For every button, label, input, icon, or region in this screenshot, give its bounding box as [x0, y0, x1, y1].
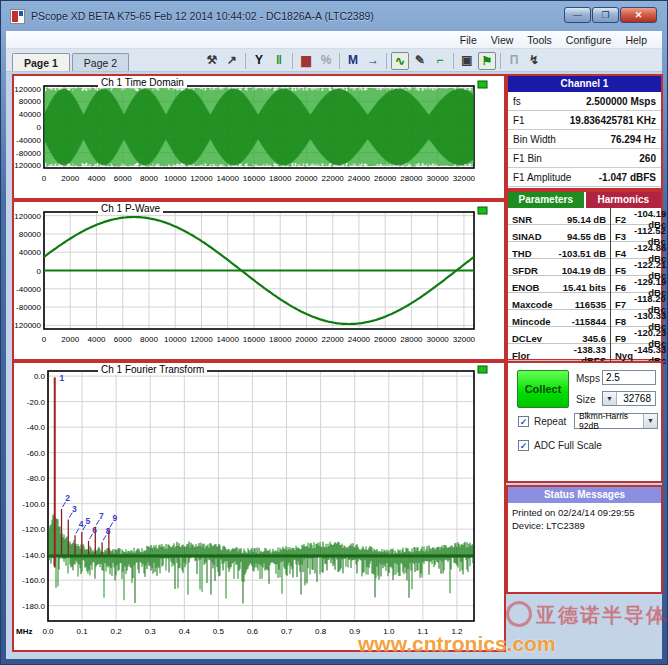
svg-text:0.5: 0.5	[213, 627, 225, 636]
toolbar: ⚒↗Y‖▆%M→∿✎⌐▣⚑Π↯	[202, 50, 544, 71]
svg-text:0.4: 0.4	[179, 627, 191, 636]
svg-text:0: 0	[37, 267, 42, 276]
svg-text:4000: 4000	[88, 174, 106, 183]
main-content: Ch 1 Time Domain 12000080000400000-40000…	[6, 72, 662, 659]
svg-text:22000: 22000	[322, 174, 345, 183]
svg-text:20000: 20000	[295, 335, 318, 344]
tab-page-1[interactable]: Page 1	[12, 53, 70, 71]
cursors-icon[interactable]: ‖	[270, 52, 288, 70]
adc-full-scale-checkbox-row: ✓ ADC Full Scale	[518, 440, 602, 451]
msps-label: Msps	[576, 373, 600, 384]
menu-item-view[interactable]: View	[484, 32, 521, 48]
bar-graph-icon[interactable]: ▆	[297, 52, 315, 70]
svg-text:40000: 40000	[19, 110, 42, 119]
svg-text:24000: 24000	[348, 335, 371, 344]
pointer-tool-icon[interactable]: ↗	[223, 52, 241, 70]
param-label: SINAD	[508, 231, 554, 242]
param-label: DCLev	[508, 333, 554, 344]
avg-m-icon[interactable]: M	[344, 52, 362, 70]
adc-full-scale-label: ADC Full Scale	[534, 440, 602, 451]
svg-text:MHz: MHz	[16, 627, 32, 636]
svg-text:-80000: -80000	[16, 149, 41, 158]
adc-full-scale-checkbox[interactable]: ✓	[518, 440, 529, 451]
fourier-plot[interactable]: 0.0-20.0-40.0-60.0-80.0-100.0-120.0-140.…	[14, 363, 502, 648]
svg-text:4: 4	[79, 519, 84, 529]
maximize-button[interactable]: ❐	[592, 7, 619, 23]
channel-info-panel: Channel 1 fs2.500000 MspsF119.836425781 …	[506, 74, 663, 190]
app-icon	[10, 9, 25, 24]
collect-controls-panel: Collect Msps 2.5 Size ▼ 32768 ✓ Repeat B…	[506, 361, 663, 483]
p-wave-plot-section: Ch 1 P-Wave 12000080000400000-40000-8000…	[12, 200, 506, 361]
channel-row-bin-width: Bin Width76.294 Hz	[508, 130, 661, 149]
export-icon[interactable]: ↯	[525, 52, 543, 70]
percent-icon[interactable]: %	[317, 52, 335, 70]
tools-icon[interactable]: ⚒	[203, 52, 221, 70]
svg-text:14000: 14000	[217, 335, 240, 344]
svg-text:-120000: -120000	[14, 161, 42, 170]
svg-text:28000: 28000	[400, 335, 423, 344]
notes-icon[interactable]: ✎	[411, 52, 429, 70]
continuous-collect-icon[interactable]: ∿	[391, 52, 409, 70]
repeat-label: Repeat	[534, 416, 566, 427]
pi-filter-icon[interactable]: Π	[505, 52, 523, 70]
svg-text:0.8: 0.8	[315, 627, 327, 636]
size-dropdown-arrow-icon[interactable]: ▼	[603, 392, 617, 405]
svg-text:-20.0: -20.0	[27, 398, 46, 407]
watermark-url: www.cntronics.com	[358, 632, 556, 656]
msps-input[interactable]: 2.5	[602, 370, 656, 385]
p-wave-plot[interactable]: 12000080000400000-40000-80000-1200000200…	[14, 202, 502, 357]
param-value: 95.14 dB	[554, 214, 610, 225]
channel-row-label: F1 Amplitude	[513, 172, 571, 183]
status-line: Device: LTC2389	[512, 519, 657, 532]
channel-row-value: 76.294 Hz	[610, 134, 656, 145]
svg-text:1: 1	[59, 373, 64, 383]
svg-text:0.0: 0.0	[42, 627, 54, 636]
repeat-checkbox[interactable]: ✓	[518, 416, 529, 427]
window-dropdown-arrow-icon[interactable]: ▼	[643, 414, 657, 428]
close-button[interactable]: ✕	[620, 7, 657, 23]
channel-row-value: 260	[639, 153, 656, 164]
svg-text:4000: 4000	[88, 335, 106, 344]
snapshot-icon[interactable]: ▣	[458, 52, 476, 70]
flag-icon[interactable]: ⚑	[478, 52, 496, 70]
svg-text:32000: 32000	[453, 335, 476, 344]
svg-text:8000: 8000	[140, 335, 158, 344]
svg-text:20000: 20000	[295, 174, 318, 183]
channel-rows: fs2.500000 MspsF119.836425781 KHzBin Wid…	[508, 92, 661, 187]
title-bar[interactable]: PScope XD BETA K75-65 Feb 12 2014 10:44:…	[1, 1, 667, 31]
svg-text:10000: 10000	[164, 174, 187, 183]
size-label: Size	[576, 394, 595, 405]
toolbar-separator	[386, 53, 387, 69]
svg-text:2000: 2000	[61, 174, 79, 183]
channel-row-label: F1 Bin	[513, 153, 542, 164]
svg-text:14000: 14000	[217, 174, 240, 183]
menu-item-tools[interactable]: Tools	[520, 32, 559, 48]
collect-button[interactable]: Collect	[517, 370, 569, 408]
svg-text:80000: 80000	[19, 97, 42, 106]
avg-arrow-icon[interactable]: →	[364, 52, 382, 70]
svg-text:30000: 30000	[427, 174, 450, 183]
measurement-row-snr: SNR95.14 dBF2-104.19 dBc	[508, 208, 661, 225]
toolbar-separator	[453, 53, 454, 69]
svg-text:2: 2	[65, 493, 70, 503]
menu-item-help[interactable]: Help	[618, 32, 654, 48]
y-scale-icon[interactable]: Y	[250, 52, 268, 70]
time-domain-plot[interactable]: 12000080000400000-40000-80000-1200000200…	[14, 76, 502, 196]
svg-text:12000: 12000	[190, 174, 213, 183]
minimize-button[interactable]: —	[564, 7, 591, 23]
window-shape-icon[interactable]: ⌐	[431, 52, 449, 70]
size-combobox[interactable]: ▼ 32768	[602, 391, 656, 406]
svg-text:-40000: -40000	[16, 136, 41, 145]
menu-item-file[interactable]: File	[453, 32, 484, 48]
svg-text:16000: 16000	[243, 174, 266, 183]
window-combobox[interactable]: Blkmn-Harris 92dB ▼	[574, 413, 658, 429]
tab-page-2[interactable]: Page 2	[72, 53, 129, 71]
measurements-panel: Parameters Harmonics SNR95.14 dBF2-104.1…	[506, 190, 663, 361]
svg-text:-80000: -80000	[16, 303, 41, 312]
svg-text:0: 0	[42, 174, 47, 183]
svg-text:28000: 28000	[400, 174, 423, 183]
menu-item-configure[interactable]: Configure	[559, 32, 619, 48]
page-tabs: Page 1Page 2	[12, 53, 131, 71]
param-value: 116535	[554, 299, 610, 310]
svg-text:0.2: 0.2	[111, 627, 123, 636]
